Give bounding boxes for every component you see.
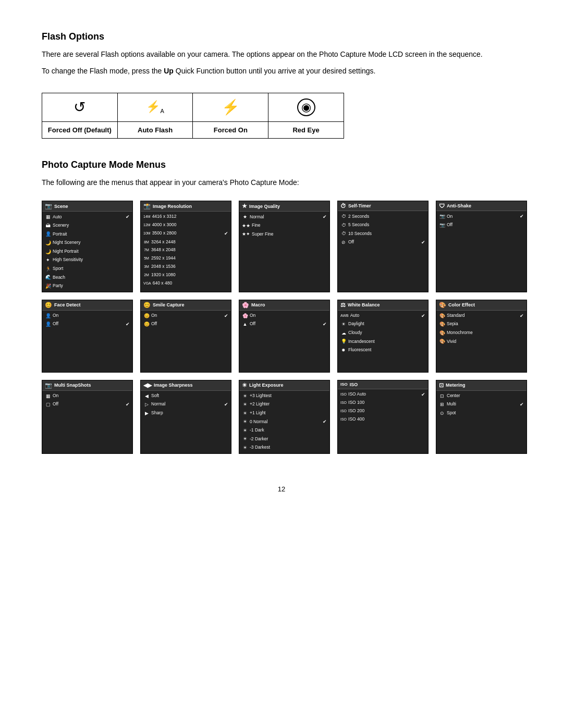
scene-body: ▦Auto✔ 🏔Scenery 👤Portrait 🌙Night Scenery… [42,212,132,291]
image-quality-body: ★Normal✔ ★★Fine ★✦Super Fine [239,212,329,240]
menu-panel-white-balance: ⚖ White Balance AWBAuto✔ ☀Daylight ☁Clou… [337,300,429,373]
face-detect-on: 👤On [42,312,132,320]
menu-header-multi-snapshots: 📷 Multi SnapShots [42,380,132,391]
self-timer-header-label: Self-Timer [348,203,371,208]
metering-header-icon: ⊡ [439,382,444,389]
self-timer-header-icon: ⏱ [340,203,346,209]
wb-auto: AWBAuto✔ [338,312,428,320]
exposure-0: ☀0 Normal✔ [239,417,329,426]
sharpness-sharp: ▶Sharp [141,409,231,418]
menu-panel-multi-snapshots: 📷 Multi SnapShots ▦On ▢Off✔ [42,380,133,454]
menu-panel-image-quality: ★ Image Quality ★Normal✔ ★★Fine ★✦Super … [239,201,330,292]
color-effect-body: 🎨Standard✔ 🎨Sepia 🎨Monochrome 🎨Vivid [436,311,527,347]
flash-intro-1: There are several Flash options availabl… [42,48,521,60]
scene-high-sensitivity: ✦High Sensitivity [42,256,132,265]
res-2m: 2M1920 x 1080 [141,271,231,279]
metering-header-label: Metering [446,382,466,388]
image-resolution-body: 14M4416 x 3312 12M4000 x 3000 10M3500 x … [141,212,231,289]
timer-10s: ⏱10 Seconds [338,229,428,238]
image-resolution-header-label: Image Resolution [153,204,192,209]
res-12m: 12M4000 x 3000 [141,221,231,229]
flash-label-off: Forced Off (Default) [42,121,118,138]
menu-header-anti-shake: 🛡 Anti-Shake [436,201,527,211]
multi-off: ▢Off✔ [42,400,132,409]
flash-table: ↺ ⚡A ⚡ ◉ Forced Off (Default) Auto Flash… [42,93,344,139]
antishake-on: 📷On✔ [436,212,527,221]
iso-auto: ISOISO Auto✔ [338,390,428,399]
flash-icon-off: ↺ [42,93,118,121]
flash-intro-2: To change the Flash mode, press the Up Q… [42,65,521,77]
macro-body: 🌸On ▲Off✔ [239,311,329,330]
menu-header-scene: 📷 Scene [42,201,132,212]
menu-header-self-timer: ⏱ Self-Timer [338,201,428,211]
scene-portrait: 👤Portrait [42,230,132,239]
menu-header-metering: ⊡ Metering [436,380,527,391]
scene-scenery: 🏔Scenery [42,221,132,230]
timer-off: ⊘Off✔ [338,238,428,247]
iso-header-icon: ISO [340,382,348,387]
scene-party: 🎉Party [42,282,132,291]
macro-on: 🌸On [239,312,329,320]
iso-header-label: ISO [350,382,358,387]
scene-sport: 🏃Sport [42,265,132,274]
image-sharpness-body: ◀Soft ▷Normal✔ ▶Sharp [141,391,231,419]
smile-capture-body: 😊On✔ 😊Off [141,311,231,330]
exposure-p2: ☀+2 Lighter [239,400,329,409]
menu-header-macro: 🌸 Macro [239,300,329,311]
macro-header-label: Macro [251,302,265,307]
menu-grid: 📷 Scene ▦Auto✔ 🏔Scenery 👤Portrait 🌙Night… [42,201,521,454]
self-timer-body: ⏱2 Seconds ⏱5 Seconds ⏱10 Seconds ⊘Off✔ [338,211,428,248]
light-exposure-header-label: Light Exposure [249,382,284,388]
face-detect-header-label: Face Detect [54,302,81,307]
menu-panel-scene: 📷 Scene ▦Auto✔ 🏔Scenery 👤Portrait 🌙Night… [42,201,133,292]
menu-header-image-resolution: 📸 Image Resolution [141,201,231,212]
color-effect-header-icon: 🎨 [439,302,446,309]
light-exposure-body: ☀+3 Lightest ☀+2 Lighter ☀+1 Light ☀0 No… [239,391,329,453]
exposure-m2: ☀-2 Darker [239,435,329,443]
smile-off: 😊Off [141,320,231,329]
sharpness-soft: ◀Soft [141,392,231,401]
menu-panel-metering: ⊡ Metering ⊡Center ⊞Multi✔ ⊙Spot [436,380,527,454]
menu-header-iso: ISO ISO [338,380,428,389]
metering-body: ⊡Center ⊞Multi✔ ⊙Spot [436,391,527,419]
scene-header-label: Scene [54,204,68,209]
antishake-off: 📷Off [436,221,527,230]
image-sharpness-header-icon: ◀▶ [143,382,152,389]
image-resolution-header-icon: 📸 [143,203,151,209]
multi-snapshots-body: ▦On ▢Off✔ [42,391,132,410]
quality-normal: ★Normal✔ [239,213,329,221]
metering-spot: ⊙Spot [436,409,527,418]
metering-center: ⊡Center [436,392,527,401]
iso-body: ISOISO Auto✔ ISOISO 100 ISOISO 200 ISOIS… [338,389,428,425]
scene-auto: ▦Auto✔ [42,213,132,221]
menu-header-smile-capture: 😊 Smile Capture [141,300,231,311]
menu-panel-image-sharpness: ◀▶ Image Sharpness ◀Soft ▷Normal✔ ▶Sharp [140,380,231,454]
flash-icon-redeye: ◉ [268,93,344,121]
exposure-m1: ☀-1 Dark [239,426,329,435]
scene-night-portrait: 🌙Night Portrait [42,248,132,256]
scene-beach: 🌊Beach [42,273,132,282]
smile-capture-header-icon: 😊 [143,302,151,309]
color-effect-header-label: Color Effect [448,302,475,307]
flash-label-on: Forced On [193,121,268,138]
menu-panel-color-effect: 🎨 Color Effect 🎨Standard✔ 🎨Sepia 🎨Monoch… [436,300,527,373]
white-balance-header-icon: ⚖ [340,302,346,309]
iso-400: ISOISO 400 [338,415,428,424]
sharpness-normal: ▷Normal✔ [141,400,231,409]
menu-panel-self-timer: ⏱ Self-Timer ⏱2 Seconds ⏱5 Seconds ⏱10 S… [337,201,429,292]
menu-header-face-detect: 😊 Face Detect [42,300,132,311]
image-quality-header-icon: ★ [242,203,247,209]
smile-capture-header-label: Smile Capture [153,302,185,307]
exposure-p1: ☀+1 Light [239,409,329,418]
wb-cloudy: ☁Cloudy [338,329,428,338]
menu-panel-anti-shake: 🛡 Anti-Shake 📷On✔ 📷Off [436,201,527,292]
photo-capture-title: Photo Capture Mode Menus [42,159,521,170]
menu-header-color-effect: 🎨 Color Effect [436,300,527,311]
color-standard: 🎨Standard✔ [436,312,527,320]
timer-5s: ⏱5 Seconds [338,221,428,230]
iso-100: ISOISO 100 [338,399,428,407]
anti-shake-header-label: Anti-Shake [447,203,471,208]
menu-header-image-sharpness: ◀▶ Image Sharpness [141,380,231,391]
menu-panel-macro: 🌸 Macro 🌸On ▲Off✔ [239,300,330,373]
metering-multi: ⊞Multi✔ [436,400,527,409]
